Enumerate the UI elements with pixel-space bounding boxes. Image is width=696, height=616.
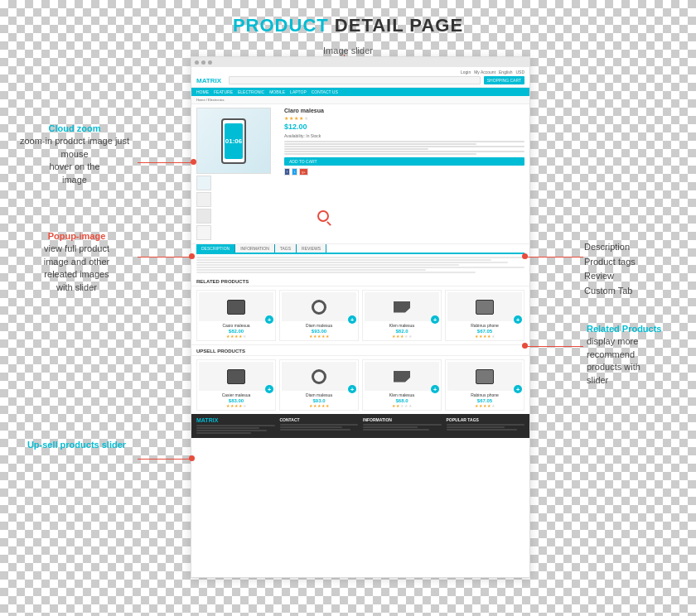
store-topbar: Login My Account English USD: [196, 70, 524, 75]
upsell-name-1: Casier malesua: [199, 392, 273, 397]
english-select[interactable]: English: [499, 70, 512, 75]
upsell-stars-2: ★★★★★: [282, 403, 356, 408]
upsell-img-2: [282, 362, 356, 391]
related-products-title: RELATED PRODUCTS: [191, 277, 529, 286]
nav-electronic[interactable]: ELECTRONIC: [238, 89, 264, 94]
product-name: Claro malesua: [284, 108, 524, 113]
thumb-2[interactable]: [196, 192, 211, 207]
footer-contact-1: [280, 424, 359, 426]
upsell-products-grid: Casier malesua $83.00 ★★★★★ + Diam males…: [191, 356, 529, 414]
related-add-3[interactable]: +: [431, 315, 439, 324]
store-footer: MATRIX CONTACT INFORMATION POPULAR TAGS: [191, 414, 529, 438]
upsell-stars-4: ★★★★★: [447, 403, 522, 408]
nav-mobile[interactable]: MOBILE: [269, 89, 285, 94]
upsell-add-3[interactable]: +: [431, 385, 439, 393]
upsell-add-4[interactable]: +: [514, 385, 522, 393]
cloud-zoom-annotation: Cloud zoom zoom-in product image just mo…: [17, 123, 133, 186]
line-upsell: [138, 459, 194, 460]
browser-dot-2: [201, 60, 205, 65]
register-link[interactable]: My Account: [474, 70, 495, 75]
footer-tag-1: [447, 424, 525, 426]
tablet-icon-2: [476, 300, 494, 315]
watch-icon: [312, 300, 326, 315]
upsell-img-1: [199, 362, 273, 391]
product-availability: Availability: In Stock: [284, 133, 524, 138]
thumb-1[interactable]: [196, 176, 211, 190]
related-stars-1: ★★★★★: [199, 334, 273, 339]
facebook-share[interactable]: f: [284, 168, 290, 176]
related-add-2[interactable]: +: [348, 315, 356, 324]
related-name-1: Casio malesua: [199, 323, 273, 328]
related-add-1[interactable]: +: [265, 315, 273, 324]
upsell-tablet-icon: [227, 369, 245, 384]
upsell-title: Up-sell products slider: [17, 439, 137, 451]
line-popup-image: [138, 257, 194, 257]
popup-image-title: Popup-image: [17, 230, 137, 243]
content-line-3: [196, 262, 508, 263]
zoom-magnifier-icon: [317, 210, 329, 222]
store-search-bar[interactable]: [229, 76, 481, 84]
thumb-3[interactable]: [196, 209, 211, 224]
upsell-card-2: Diam malesua $93.0 ★★★★★ +: [279, 359, 359, 411]
dot-cloud-zoom: [191, 159, 196, 165]
footer-info-3: [363, 429, 429, 431]
upsell-add-1[interactable]: +: [265, 385, 273, 393]
thumb-4[interactable]: [196, 225, 211, 240]
store-cart[interactable]: SHOPPING CART: [484, 76, 524, 84]
nav-contact[interactable]: CONTACT US: [312, 89, 338, 94]
nav-home[interactable]: HOME: [196, 89, 209, 94]
content-line-5: [196, 267, 524, 268]
upsell-name-2: Diam malesua: [282, 392, 356, 397]
nav-feature[interactable]: FEATURE: [214, 89, 233, 94]
tablet-icon: [227, 300, 245, 315]
product-detail-section: 01:06 Claro malesua ★ ★ ★ ★ ★ $12.00 Ava…: [191, 104, 529, 244]
related-card-3: Klen malesua $82.0 ★★★★★ +: [362, 290, 442, 341]
share-row: f t g+: [284, 168, 524, 176]
upsell-add-2[interactable]: +: [348, 385, 356, 393]
tab-tags[interactable]: TAGS: [275, 244, 297, 253]
cloud-zoom-title: Cloud zoom: [17, 123, 133, 135]
footer-tag-2: [447, 426, 505, 428]
upsell-stars-1: ★★★★★: [199, 403, 273, 408]
add-to-cart-button[interactable]: ADD TO CART: [284, 157, 524, 166]
store-nav: HOME FEATURE ELECTRONIC MOBILE LAPTOP CO…: [191, 88, 529, 96]
cloud-zoom-body: zoom-in product image just mousehover on…: [17, 135, 133, 186]
nav-laptop[interactable]: LAPTOP: [290, 89, 307, 94]
dot-popup-image: [189, 253, 195, 259]
footer-line-3: [196, 430, 267, 431]
related-products-label: Related Products: [587, 323, 686, 335]
google-share[interactable]: g+: [299, 168, 308, 176]
page-title: PRODUCT DETAIL PAGE: [233, 15, 463, 36]
dot-upsell: [189, 455, 195, 461]
usd-select[interactable]: USD: [515, 70, 524, 75]
product-main-image[interactable]: 01:06: [196, 108, 271, 174]
upsell-card-3: Klen malesua $68.0 ★★★★★ +: [362, 359, 442, 411]
browser-dot-3: [208, 60, 212, 65]
desc-line-1: [284, 141, 524, 142]
content-line-7: [196, 272, 476, 273]
footer-line-2: [196, 427, 259, 429]
tab-description[interactable]: DESCRIPTION: [196, 244, 235, 253]
desc-line-3: [284, 146, 524, 147]
footer-info-2: [363, 426, 418, 428]
description-annotation: DescriptionProduct tagsReviewCustom Tab: [584, 240, 684, 298]
browser-topbar: [191, 57, 529, 67]
upsell-stars-3: ★★★★★: [365, 403, 439, 408]
content-line-2: [196, 259, 491, 261]
related-stars-2: ★★★★★: [282, 334, 356, 339]
iron-icon: [394, 301, 410, 313]
product-images: 01:06: [196, 108, 279, 240]
product-price: $12.00: [284, 123, 524, 131]
upsell-img-3: [365, 362, 439, 391]
related-add-4[interactable]: +: [514, 315, 522, 324]
twitter-share[interactable]: t: [292, 168, 297, 176]
product-rating: ★ ★ ★ ★ ★: [284, 115, 524, 121]
star-1: ★: [284, 115, 288, 121]
star-3: ★: [294, 115, 298, 121]
login-link[interactable]: Login: [461, 70, 471, 75]
tab-information[interactable]: INFORMATION: [235, 244, 275, 253]
popup-image-body: view full productimage and otherreleated…: [17, 243, 137, 294]
footer-col-contact: CONTACT: [280, 417, 359, 435]
related-annotation: Related Products display morerecommendpr…: [587, 323, 686, 387]
tab-reviews[interactable]: REVIEWS: [297, 244, 326, 253]
